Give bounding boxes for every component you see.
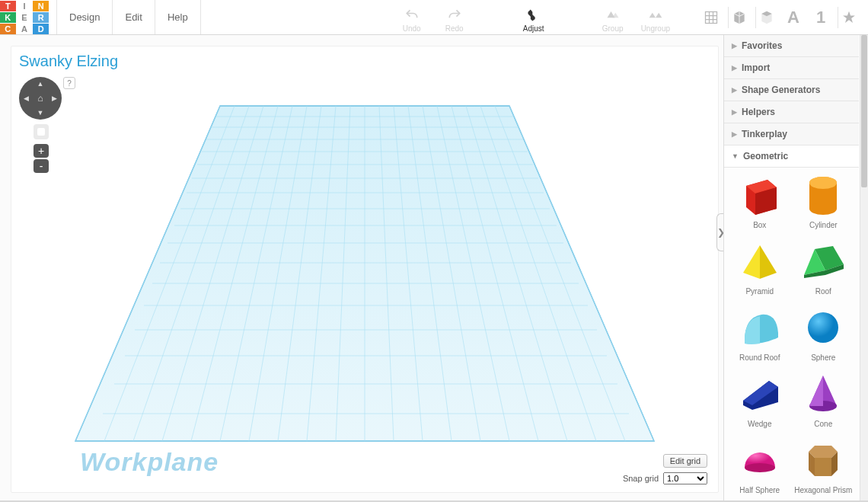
shape-wedge[interactable]: Wedge bbox=[730, 371, 790, 428]
project-title[interactable]: Swanky Elzing bbox=[19, 53, 118, 70]
group-icon bbox=[605, 8, 621, 23]
letter-tool[interactable]: A bbox=[783, 8, 804, 27]
svg-line-20 bbox=[104, 106, 235, 441]
svg-line-19 bbox=[75, 106, 220, 441]
category-helpers[interactable]: ▶Helpers bbox=[724, 101, 859, 123]
svg-marker-57 bbox=[809, 376, 823, 406]
shape-label: Pyramid bbox=[745, 287, 774, 296]
snap-grid-label: Snap grid bbox=[623, 474, 659, 483]
category-shape-generators[interactable]: ▶Shape Generators bbox=[724, 79, 859, 101]
svg-line-27 bbox=[307, 106, 336, 441]
workspace: Swanky Elzing ▲ ▼ ◀ ▶ ⌂ ? + - bbox=[0, 35, 723, 500]
menu-edit[interactable]: Edit bbox=[113, 0, 155, 34]
shape-panel: ▶Favorites ▶Import ▶Shape Generators ▶He… bbox=[723, 35, 868, 500]
shape-half-sphere[interactable]: Half Sphere bbox=[730, 437, 790, 494]
shape-label: Cone bbox=[814, 420, 832, 428]
svg-line-26 bbox=[278, 106, 321, 441]
svg-point-45 bbox=[809, 203, 837, 215]
hole-icon[interactable] bbox=[755, 7, 777, 28]
orbit-up-icon[interactable]: ▲ bbox=[37, 80, 44, 88]
category-favorites[interactable]: ▶Favorites bbox=[724, 35, 859, 57]
shape-label: Roof bbox=[815, 287, 831, 296]
shape-label: Wedge bbox=[748, 420, 772, 428]
shape-label: Cylinder bbox=[809, 221, 838, 229]
orbit-left-icon[interactable]: ◀ bbox=[24, 94, 29, 102]
svg-marker-1 bbox=[75, 106, 654, 441]
svg-line-36 bbox=[466, 106, 567, 441]
category-label: Helpers bbox=[742, 107, 775, 117]
undo-label: Undo bbox=[403, 24, 421, 33]
adjust-button[interactable]: Adjust bbox=[519, 8, 548, 33]
svg-marker-61 bbox=[815, 458, 831, 476]
svg-marker-48 bbox=[743, 245, 760, 279]
scrollbar-thumb[interactable] bbox=[861, 35, 867, 187]
shape-cylinder[interactable]: Cylinder bbox=[794, 172, 854, 229]
shape-roof[interactable]: Roof bbox=[794, 238, 854, 296]
solid-icon[interactable] bbox=[728, 7, 749, 28]
undo-icon bbox=[404, 8, 420, 23]
svg-line-21 bbox=[133, 106, 249, 441]
star-icon[interactable] bbox=[838, 7, 859, 28]
redo-icon bbox=[447, 8, 462, 23]
svg-line-32 bbox=[408, 106, 452, 441]
svg-line-24 bbox=[220, 106, 292, 441]
chevron-right-icon: ▶ bbox=[732, 42, 737, 50]
orbit-down-icon[interactable]: ▼ bbox=[37, 109, 44, 117]
redo-label: Redo bbox=[445, 24, 464, 33]
workplane-icon[interactable] bbox=[700, 7, 722, 28]
edit-grid-button[interactable]: Edit grid bbox=[663, 454, 707, 468]
svg-line-35 bbox=[452, 106, 538, 441]
shape-round-roof[interactable]: Round Roof bbox=[730, 305, 790, 362]
ungroup-button[interactable]: Ungroup bbox=[641, 8, 670, 33]
menu-help[interactable]: Help bbox=[155, 0, 201, 34]
toolbar-center: Undo Redo Adjust Group Ungroup bbox=[397, 0, 670, 34]
view-orbit-control[interactable]: ▲ ▼ ◀ ▶ ⌂ bbox=[19, 77, 62, 120]
svg-line-37 bbox=[480, 106, 596, 441]
category-geometric[interactable]: ▼Geometric bbox=[724, 145, 859, 168]
number-tool[interactable]: 1 bbox=[810, 8, 831, 27]
shape-label: Hexagonal Prism bbox=[794, 486, 852, 494]
snap-grid-select[interactable]: 1.0 bbox=[663, 472, 707, 484]
menu-design[interactable]: Design bbox=[56, 0, 113, 34]
ungroup-icon bbox=[648, 8, 663, 23]
shape-hexagonal-prism[interactable]: Hexagonal Prism bbox=[794, 437, 854, 494]
svg-line-23 bbox=[191, 106, 278, 441]
undo-button[interactable]: Undo bbox=[397, 8, 426, 33]
redo-button[interactable]: Redo bbox=[440, 8, 469, 33]
category-import[interactable]: ▶Import bbox=[724, 57, 859, 79]
category-label: Shape Generators bbox=[742, 85, 820, 95]
shape-sphere[interactable]: Sphere bbox=[794, 305, 854, 362]
zoom-out-button[interactable]: - bbox=[34, 159, 49, 173]
category-label: Tinkerplay bbox=[742, 129, 787, 139]
svg-line-30 bbox=[379, 106, 394, 441]
svg-rect-0 bbox=[706, 11, 717, 23]
shape-pyramid[interactable]: Pyramid bbox=[730, 238, 790, 296]
category-tinkerplay[interactable]: ▶Tinkerplay bbox=[724, 123, 859, 145]
chevron-down-icon: ▼ bbox=[732, 152, 739, 160]
category-label: Geometric bbox=[743, 151, 788, 161]
category-label: Favorites bbox=[742, 40, 782, 51]
help-button[interactable]: ? bbox=[63, 77, 75, 89]
panel-scrollbar[interactable] bbox=[860, 35, 868, 500]
chevron-right-icon: ▶ bbox=[732, 86, 737, 94]
svg-line-34 bbox=[437, 106, 509, 441]
shape-box[interactable]: Box bbox=[730, 172, 790, 229]
chevron-right-icon: ▶ bbox=[732, 130, 737, 138]
chevron-right-icon: ▶ bbox=[732, 108, 737, 116]
top-bar: TIN KER CAD Design Edit Help Undo Redo A… bbox=[0, 0, 868, 35]
home-view-icon[interactable]: ⌂ bbox=[37, 93, 43, 104]
orbit-right-icon[interactable]: ▶ bbox=[52, 94, 57, 102]
svg-line-39 bbox=[509, 106, 654, 441]
zoom-in-button[interactable]: + bbox=[34, 144, 49, 158]
group-button[interactable]: Group bbox=[598, 8, 627, 33]
shape-label: Round Roof bbox=[739, 353, 780, 362]
app-logo[interactable]: TIN KER CAD bbox=[0, 1, 49, 34]
fit-view-button[interactable] bbox=[34, 124, 49, 139]
shape-label: Sphere bbox=[811, 353, 835, 362]
workplane-label: Workplane bbox=[80, 447, 219, 477]
canvas[interactable]: Swanky Elzing ▲ ▼ ◀ ▶ ⌂ ? + - bbox=[11, 46, 719, 493]
main-menu: Design Edit Help bbox=[56, 0, 201, 34]
zoom-controls: + - bbox=[34, 144, 49, 173]
group-label: Group bbox=[602, 24, 624, 33]
shape-cone[interactable]: Cone bbox=[794, 371, 854, 428]
